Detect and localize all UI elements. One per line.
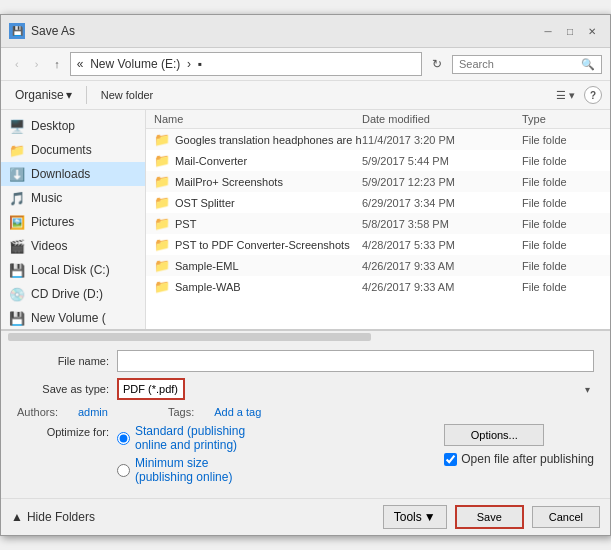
sidebar-item-desktop[interactable]: 🖥️ Desktop	[1, 114, 145, 138]
optimize-standard-option[interactable]: Standard (publishingonline and printing)	[117, 424, 245, 452]
footer-buttons: Tools ▼ Save Cancel	[383, 505, 600, 529]
bottom-form-area: File name: Save as type: PDF (*.pdf) ▾ A…	[1, 342, 610, 498]
file-row-name: 📁 Sample-EML	[154, 258, 362, 273]
toolbar-divider	[86, 86, 87, 104]
column-header-date[interactable]: Date modified	[362, 113, 522, 125]
downloads-icon: ⬇️	[9, 166, 25, 182]
save-button[interactable]: Save	[455, 505, 524, 529]
folder-icon: 📁	[154, 153, 170, 168]
save-type-label: Save as type:	[17, 383, 117, 395]
dialog-title: Save As	[31, 24, 75, 38]
tools-label: Tools	[394, 510, 422, 524]
breadcrumb-text: « New Volume (E:) › ▪	[77, 57, 202, 71]
minimize-button[interactable]: ─	[538, 21, 558, 41]
open-after-checkbox[interactable]	[444, 453, 457, 466]
sidebar-label-documents: Documents	[31, 143, 92, 157]
table-row[interactable]: 📁 PST to PDF Converter-Screenshots 4/28/…	[146, 234, 610, 255]
table-row[interactable]: 📁 MailPro+ Screenshots 5/9/2017 12:23 PM…	[146, 171, 610, 192]
back-button[interactable]: ‹	[9, 54, 25, 74]
file-row-name: 📁 PST to PDF Converter-Screenshots	[154, 237, 362, 252]
column-header-type[interactable]: Type	[522, 113, 602, 125]
optimize-row: Optimize for: Standard (publishingonline…	[17, 424, 434, 484]
column-header-name[interactable]: Name	[154, 113, 362, 125]
view-toggle-button[interactable]: ☰ ▾	[551, 87, 580, 104]
sidebar-label-downloads: Downloads	[31, 167, 90, 181]
optimize-standard-label: Standard (publishingonline and printing)	[135, 424, 245, 452]
title-bar: 💾 Save As ─ □ ✕	[1, 15, 610, 48]
file-row-type: File folde	[522, 218, 602, 230]
folder-icon: 📁	[154, 132, 170, 147]
file-row-type: File folde	[522, 176, 602, 188]
local-disk-icon: 💾	[9, 262, 25, 278]
file-row-date: 6/29/2017 3:34 PM	[362, 197, 522, 209]
up-button[interactable]: ↑	[48, 54, 66, 74]
file-row-date: 4/26/2017 9:33 AM	[362, 260, 522, 272]
file-name-input[interactable]	[117, 350, 594, 372]
folder-icon: 📁	[154, 258, 170, 273]
sidebar-item-local-disk[interactable]: 💾 Local Disk (C:)	[1, 258, 145, 282]
tools-button[interactable]: Tools ▼	[383, 505, 447, 529]
breadcrumb[interactable]: « New Volume (E:) › ▪	[70, 52, 422, 76]
save-type-row: Save as type: PDF (*.pdf) ▾	[17, 378, 594, 400]
optimize-standard-radio[interactable]	[117, 432, 130, 445]
table-row[interactable]: 📁 OST Splitter 6/29/2017 3:34 PM File fo…	[146, 192, 610, 213]
horizontal-scrollbar[interactable]	[1, 330, 610, 342]
new-folder-button[interactable]: New folder	[95, 86, 160, 104]
file-row-date: 11/4/2017 3:20 PM	[362, 134, 522, 146]
sidebar-item-pictures[interactable]: 🖼️ Pictures	[1, 210, 145, 234]
select-arrow-icon: ▾	[585, 384, 590, 395]
optimize-minimum-label: Minimum size(publishing online)	[135, 456, 232, 484]
file-row-date: 4/26/2017 9:33 AM	[362, 281, 522, 293]
file-row-date: 5/9/2017 5:44 PM	[362, 155, 522, 167]
sidebar-item-downloads[interactable]: ⬇️ Downloads	[1, 162, 145, 186]
table-row[interactable]: 📁 Sample-WAB 4/26/2017 9:33 AM File fold…	[146, 276, 610, 297]
folder-icon: 📁	[154, 195, 170, 210]
file-row-name: 📁 PST	[154, 216, 362, 231]
optimize-minimum-radio[interactable]	[117, 464, 130, 477]
sidebar-item-documents[interactable]: 📁 Documents	[1, 138, 145, 162]
open-after-checkbox-row[interactable]: Open file after publishing	[444, 452, 594, 466]
close-button[interactable]: ✕	[582, 21, 602, 41]
help-button[interactable]: ?	[584, 86, 602, 104]
sidebar-item-music[interactable]: 🎵 Music	[1, 186, 145, 210]
file-list-header: Name Date modified Type	[146, 110, 610, 129]
sidebar-item-new-volume[interactable]: 💾 New Volume (	[1, 306, 145, 329]
folder-icon: 📁	[154, 279, 170, 294]
folder-icon: 📁	[154, 174, 170, 189]
maximize-button[interactable]: □	[560, 21, 580, 41]
optimize-section: Optimize for: Standard (publishingonline…	[17, 424, 594, 490]
authors-value[interactable]: admin	[78, 406, 108, 418]
hide-folders-button[interactable]: ▲ Hide Folders	[11, 510, 95, 524]
footer: ▲ Hide Folders Tools ▼ Save Cancel	[1, 498, 610, 535]
cd-drive-icon: 💿	[9, 286, 25, 302]
organise-button[interactable]: Organise ▾	[9, 85, 78, 105]
sidebar-item-cd-drive[interactable]: 💿 CD Drive (D:)	[1, 282, 145, 306]
optimize-minimum-option[interactable]: Minimum size(publishing online)	[117, 456, 245, 484]
table-row[interactable]: 📁 Googles translation headphones are her…	[146, 129, 610, 150]
documents-icon: 📁	[9, 142, 25, 158]
save-type-select[interactable]: PDF (*.pdf)	[117, 378, 185, 400]
refresh-button[interactable]: ↻	[426, 53, 448, 75]
cancel-button[interactable]: Cancel	[532, 506, 600, 528]
file-row-name: 📁 Sample-WAB	[154, 279, 362, 294]
save-type-wrapper: PDF (*.pdf) ▾	[117, 378, 594, 400]
file-name-row: File name:	[17, 350, 594, 372]
music-icon: 🎵	[9, 190, 25, 206]
sidebar-label-desktop: Desktop	[31, 119, 75, 133]
sidebar-item-videos[interactable]: 🎬 Videos	[1, 234, 145, 258]
file-rows-container: 📁 Googles translation headphones are her…	[146, 129, 610, 297]
table-row[interactable]: 📁 PST 5/8/2017 3:58 PM File folde	[146, 213, 610, 234]
sidebar: 🖥️ Desktop 📁 Documents ⬇️ Downloads 🎵 Mu…	[1, 110, 146, 329]
sidebar-label-new-volume: New Volume (	[31, 311, 106, 325]
scrollbar-thumb[interactable]	[8, 333, 371, 341]
table-row[interactable]: 📁 Sample-EML 4/26/2017 9:33 AM File fold…	[146, 255, 610, 276]
table-row[interactable]: 📁 Mail-Converter 5/9/2017 5:44 PM File f…	[146, 150, 610, 171]
add-tag-link[interactable]: Add a tag	[214, 406, 261, 418]
search-input[interactable]	[459, 58, 577, 70]
sidebar-label-videos: Videos	[31, 239, 67, 253]
options-button[interactable]: Options...	[444, 424, 544, 446]
forward-button[interactable]: ›	[29, 54, 45, 74]
dialog-icon: 💾	[9, 23, 25, 39]
navigation-toolbar: ‹ › ↑ « New Volume (E:) › ▪ ↻ 🔍	[1, 48, 610, 81]
file-row-name: 📁 Googles translation headphones are her…	[154, 132, 362, 147]
